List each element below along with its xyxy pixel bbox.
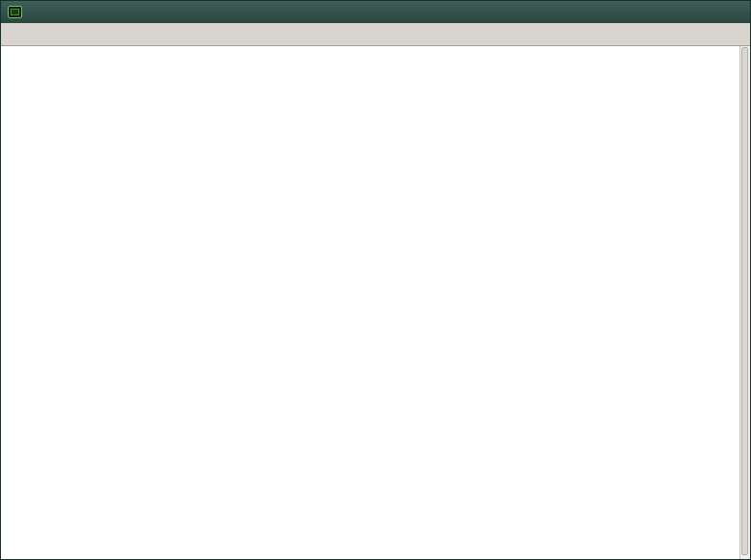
terminal-window [0,0,751,560]
scrollbar[interactable] [739,46,750,559]
scrollbar-thumb[interactable] [741,47,748,555]
titlebar[interactable] [1,1,750,23]
blank-line [4,120,750,140]
menubar [1,23,750,46]
terminal-screen[interactable] [1,46,750,559]
terminal-app-icon[interactable] [8,6,22,18]
